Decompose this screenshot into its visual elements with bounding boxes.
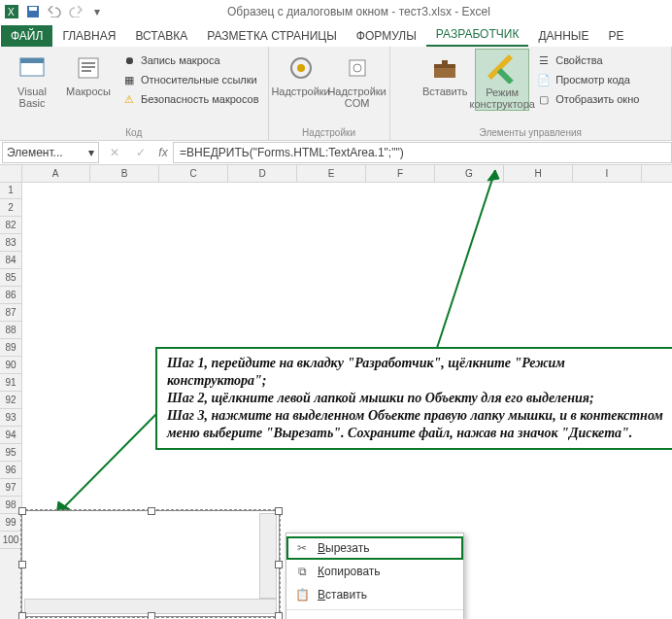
select-all-corner[interactable] [0,165,22,183]
macros-button[interactable]: Макросы [62,49,115,97]
arrow-to-design-mode [427,165,505,350]
record-icon: ⏺ [121,52,137,68]
context-menu: ✂Вырезать ⧉Копировать 📋Вставить ☰Свойств… [286,533,464,619]
addins-button[interactable]: Надстройки [275,49,327,97]
addins-label: Надстройки [271,86,329,97]
tab-data[interactable]: ДАННЫЕ [528,25,598,47]
column-header[interactable]: H [504,165,573,182]
row-header[interactable]: 100 [0,532,21,549]
macros-icon [73,52,104,84]
row-header[interactable]: 99 [0,514,21,532]
group-code: Visual Basic Макросы ⏺Запись макроса ▦От… [0,47,269,140]
relative-refs-button[interactable]: ▦Относительные ссылки [118,71,262,88]
column-header[interactable]: I [573,165,642,182]
formula-bar: Элемент...▾ ✕ ✓ fx =ВНЕДРИТЬ("Forms.HTML… [0,141,672,165]
vertical-scrollbar[interactable] [259,513,277,599]
resize-handle[interactable] [18,507,26,515]
embedded-textarea-object[interactable] [21,510,280,617]
resize-handle[interactable] [18,561,26,568]
com-addins-icon [342,52,373,84]
row-header[interactable]: 2 [0,199,21,217]
column-header[interactable]: C [159,165,228,182]
resize-handle[interactable] [148,507,155,515]
tab-home[interactable]: ГЛАВНАЯ [52,25,125,47]
row-header[interactable]: 97 [0,479,21,497]
row-header[interactable]: 92 [0,392,21,409]
row-header[interactable]: 82 [0,217,21,234]
view-code-button[interactable]: 📄Просмотр кода [533,71,642,88]
column-header[interactable]: F [366,165,435,182]
column-header[interactable]: D [228,165,297,182]
resize-handle[interactable] [275,612,283,619]
column-header[interactable]: A [21,165,90,182]
group-code-label: Код [125,127,142,140]
visual-basic-label: Visual Basic [6,86,58,109]
row-headers: 1282838485868788899091929394959697989910… [0,182,22,619]
visual-basic-button[interactable]: Visual Basic [6,49,58,109]
properties-button[interactable]: ☰Свойства [533,52,642,69]
scissors-icon: ✂ [294,540,310,556]
fx-icon[interactable]: fx [153,146,173,159]
instruction-callout: Шаг 1, перейдите на вкладку "Разработчик… [155,347,672,450]
row-header[interactable]: 90 [0,357,21,374]
tab-page-layout[interactable]: РАЗМЕТКА СТРАНИЦЫ [197,25,347,47]
menu-cut[interactable]: ✂Вырезать [286,536,463,560]
cancel-icon[interactable]: ✕ [110,146,119,159]
ruler-pencil-icon [487,53,518,85]
macro-security-button[interactable]: ⚠Безопасность макросов [118,90,262,108]
enter-icon[interactable]: ✓ [136,146,146,159]
properties-icon: ☰ [536,52,552,68]
menu-separator [286,609,463,610]
column-header[interactable]: B [90,165,159,182]
formula-input[interactable]: =ВНЕДРИТЬ("Forms.HTML:TextArea.1";"") [173,142,672,163]
run-dialog-button[interactable]: ▢Отобразить окно [533,90,642,108]
row-header[interactable]: 88 [0,322,21,339]
tab-developer[interactable]: РАЗРАБОТЧИК [426,23,529,47]
row-header[interactable]: 91 [0,374,21,392]
menu-properties[interactable]: ☰Свойства [286,613,463,619]
resize-handle[interactable] [18,612,26,619]
qat-dropdown-icon[interactable]: ▾ [89,4,105,19]
row-header[interactable]: 85 [0,269,21,287]
tab-insert[interactable]: ВСТАВКА [125,25,197,47]
tab-file[interactable]: ФАЙЛ [1,25,52,47]
grid-icon: ▦ [121,72,137,87]
redo-icon[interactable] [68,4,84,19]
paste-icon: 📋 [294,587,310,602]
menu-copy[interactable]: ⧉Копировать [286,560,463,583]
tab-formulas[interactable]: ФОРМУЛЫ [347,25,426,47]
resize-handle[interactable] [148,612,155,619]
undo-icon[interactable] [47,4,62,19]
window-title: Образец с диалоговым окном - тест3.xlsx … [227,5,490,18]
row-header[interactable]: 83 [0,234,21,252]
callout-line-2: Шаг 2, щёлкните левой лапкой мышки по Об… [167,390,664,407]
quick-access-toolbar: X ▾ Образец с диалоговым окном - тест3.x… [0,0,672,23]
row-header[interactable]: 87 [0,304,21,322]
name-box[interactable]: Элемент...▾ [2,142,99,163]
svg-rect-18 [497,68,514,84]
row-header[interactable]: 94 [0,427,21,444]
row-header[interactable]: 96 [0,462,21,479]
com-addins-button[interactable]: Надстройки COM [331,49,384,109]
column-header[interactable]: E [297,165,366,182]
tab-review[interactable]: РЕ [599,25,634,47]
row-header[interactable]: 86 [0,287,21,304]
design-mode-button[interactable]: Режим конструктора [475,49,529,111]
com-addins-label: Надстройки COM [327,86,386,109]
save-icon[interactable] [25,4,41,19]
row-header[interactable]: 95 [0,444,21,462]
macros-label: Макросы [66,86,111,97]
insert-control-button[interactable]: Вставить [419,49,471,97]
row-header[interactable]: 1 [0,182,21,199]
menu-paste[interactable]: 📋Вставить [286,583,463,606]
row-header[interactable]: 93 [0,409,21,427]
record-macro-button[interactable]: ⏺Запись макроса [118,52,262,69]
callout-line-1: Шаг 1, перейдите на вкладку "Разработчик… [167,355,664,390]
svg-marker-20 [487,170,499,181]
group-controls-label: Элементы управления [480,127,582,140]
resize-handle[interactable] [275,561,283,568]
svg-rect-3 [29,7,37,11]
row-header[interactable]: 89 [0,339,21,357]
row-header[interactable]: 84 [0,252,21,269]
resize-handle[interactable] [275,507,283,515]
